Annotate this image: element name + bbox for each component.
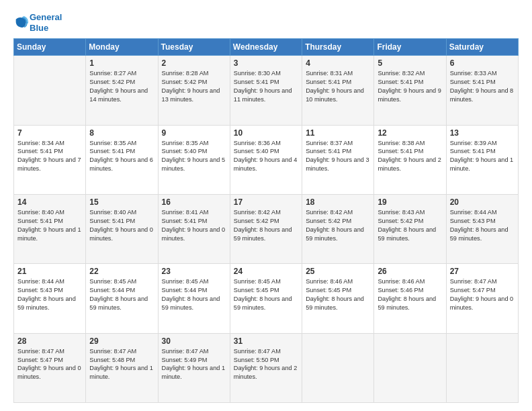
calendar-cell [446,333,518,402]
cell-info: Sunrise: 8:40 AMSunset: 5:41 PMDaylight:… [89,208,154,243]
cell-info: Sunrise: 8:30 AMSunset: 5:41 PMDaylight:… [234,69,298,104]
weekday-header-friday: Friday [374,39,446,56]
day-number: 6 [450,58,515,68]
day-number: 26 [378,267,442,276]
calendar-cell: 31Sunrise: 8:47 AMSunset: 5:50 PMDayligh… [230,333,302,402]
day-number: 23 [162,267,226,276]
calendar-cell: 21Sunrise: 8:44 AMSunset: 5:43 PMDayligh… [14,264,86,333]
day-number: 24 [234,267,298,276]
cell-info: Sunrise: 8:47 AMSunset: 5:47 PMDaylight:… [17,347,82,382]
calendar-cell: 12Sunrise: 8:38 AMSunset: 5:41 PMDayligh… [374,125,446,194]
day-number: 31 [234,336,298,346]
logo-text: General Blue [30,12,62,33]
calendar-cell: 9Sunrise: 8:35 AMSunset: 5:40 PMDaylight… [158,125,230,194]
cell-info: Sunrise: 8:40 AMSunset: 5:41 PMDaylight:… [17,208,82,243]
calendar-cell: 2Sunrise: 8:28 AMSunset: 5:42 PMDaylight… [158,56,230,125]
logo-icon [13,15,28,30]
calendar-cell: 28Sunrise: 8:47 AMSunset: 5:47 PMDayligh… [14,333,86,402]
calendar-cell: 23Sunrise: 8:45 AMSunset: 5:44 PMDayligh… [158,264,230,333]
weekday-header-wednesday: Wednesday [230,39,302,56]
calendar-cell: 16Sunrise: 8:41 AMSunset: 5:41 PMDayligh… [158,194,230,263]
calendar-cell: 19Sunrise: 8:43 AMSunset: 5:42 PMDayligh… [374,194,446,263]
cell-info: Sunrise: 8:39 AMSunset: 5:41 PMDaylight:… [450,139,515,174]
day-number: 4 [306,58,370,68]
calendar-cell: 29Sunrise: 8:47 AMSunset: 5:48 PMDayligh… [86,333,158,402]
calendar-cell: 5Sunrise: 8:32 AMSunset: 5:41 PMDaylight… [374,56,446,125]
cell-info: Sunrise: 8:46 AMSunset: 5:45 PMDaylight:… [306,277,370,312]
day-number: 22 [89,267,154,276]
day-number: 30 [162,336,226,346]
calendar-week-1: 1Sunrise: 8:27 AMSunset: 5:42 PMDaylight… [14,56,519,125]
cell-info: Sunrise: 8:45 AMSunset: 5:45 PMDaylight:… [234,277,298,312]
day-number: 2 [162,58,226,68]
cell-info: Sunrise: 8:47 AMSunset: 5:49 PMDaylight:… [162,347,226,382]
calendar-cell: 27Sunrise: 8:47 AMSunset: 5:47 PMDayligh… [446,264,518,333]
calendar-week-4: 21Sunrise: 8:44 AMSunset: 5:43 PMDayligh… [14,264,519,333]
day-number: 14 [17,197,82,207]
weekday-header-monday: Monday [86,39,158,56]
day-number: 25 [306,267,370,276]
calendar-cell: 8Sunrise: 8:35 AMSunset: 5:41 PMDaylight… [86,125,158,194]
day-number: 28 [17,336,82,346]
cell-info: Sunrise: 8:33 AMSunset: 5:41 PMDaylight:… [450,69,515,104]
weekday-header-thursday: Thursday [302,39,374,56]
calendar-table: SundayMondayTuesdayWednesdayThursdayFrid… [13,38,519,403]
calendar-cell: 10Sunrise: 8:36 AMSunset: 5:40 PMDayligh… [230,125,302,194]
cell-info: Sunrise: 8:41 AMSunset: 5:41 PMDaylight:… [162,208,226,243]
day-number: 1 [89,58,154,68]
calendar-cell: 20Sunrise: 8:44 AMSunset: 5:43 PMDayligh… [446,194,518,263]
cell-info: Sunrise: 8:45 AMSunset: 5:44 PMDaylight:… [162,277,226,312]
weekday-header-sunday: Sunday [14,39,86,56]
calendar-cell: 11Sunrise: 8:37 AMSunset: 5:41 PMDayligh… [302,125,374,194]
calendar-cell: 13Sunrise: 8:39 AMSunset: 5:41 PMDayligh… [446,125,518,194]
day-number: 9 [162,128,226,138]
day-number: 27 [450,267,515,276]
calendar-week-3: 14Sunrise: 8:40 AMSunset: 5:41 PMDayligh… [14,194,519,263]
cell-info: Sunrise: 8:45 AMSunset: 5:44 PMDaylight:… [89,277,154,312]
cell-info: Sunrise: 8:34 AMSunset: 5:41 PMDaylight:… [17,139,82,174]
cell-info: Sunrise: 8:37 AMSunset: 5:41 PMDaylight:… [306,139,370,174]
cell-info: Sunrise: 8:31 AMSunset: 5:41 PMDaylight:… [306,69,370,104]
cell-info: Sunrise: 8:47 AMSunset: 5:50 PMDaylight:… [234,347,298,382]
calendar-cell: 6Sunrise: 8:33 AMSunset: 5:41 PMDaylight… [446,56,518,125]
calendar-cell [374,333,446,402]
calendar-cell: 24Sunrise: 8:45 AMSunset: 5:45 PMDayligh… [230,264,302,333]
calendar-cell: 18Sunrise: 8:42 AMSunset: 5:42 PMDayligh… [302,194,374,263]
day-number: 11 [306,128,370,138]
cell-info: Sunrise: 8:42 AMSunset: 5:42 PMDaylight:… [306,208,370,243]
day-number: 8 [89,128,154,138]
cell-info: Sunrise: 8:43 AMSunset: 5:42 PMDaylight:… [378,208,442,243]
cell-info: Sunrise: 8:44 AMSunset: 5:43 PMDaylight:… [450,208,515,243]
page: General Blue SundayMondayTuesdayWednesda… [0,0,532,411]
cell-info: Sunrise: 8:36 AMSunset: 5:40 PMDaylight:… [234,139,298,174]
weekday-header-tuesday: Tuesday [158,39,230,56]
cell-info: Sunrise: 8:38 AMSunset: 5:41 PMDaylight:… [378,139,442,174]
header: General Blue [13,12,519,33]
cell-info: Sunrise: 8:46 AMSunset: 5:46 PMDaylight:… [378,277,442,312]
day-number: 12 [378,128,442,138]
calendar-cell: 3Sunrise: 8:30 AMSunset: 5:41 PMDaylight… [230,56,302,125]
day-number: 3 [234,58,298,68]
cell-info: Sunrise: 8:27 AMSunset: 5:42 PMDaylight:… [89,69,154,104]
day-number: 16 [162,197,226,207]
day-number: 20 [450,197,515,207]
day-number: 10 [234,128,298,138]
calendar-cell: 14Sunrise: 8:40 AMSunset: 5:41 PMDayligh… [14,194,86,263]
cell-info: Sunrise: 8:35 AMSunset: 5:41 PMDaylight:… [89,139,154,174]
calendar-cell: 22Sunrise: 8:45 AMSunset: 5:44 PMDayligh… [86,264,158,333]
day-number: 5 [378,58,442,68]
day-number: 19 [378,197,442,207]
cell-info: Sunrise: 8:35 AMSunset: 5:40 PMDaylight:… [162,139,226,174]
cell-info: Sunrise: 8:44 AMSunset: 5:43 PMDaylight:… [17,277,82,312]
calendar-cell: 17Sunrise: 8:42 AMSunset: 5:42 PMDayligh… [230,194,302,263]
calendar-cell: 7Sunrise: 8:34 AMSunset: 5:41 PMDaylight… [14,125,86,194]
weekday-header-saturday: Saturday [446,39,518,56]
calendar-cell: 30Sunrise: 8:47 AMSunset: 5:49 PMDayligh… [158,333,230,402]
cell-info: Sunrise: 8:28 AMSunset: 5:42 PMDaylight:… [162,69,226,104]
day-number: 29 [89,336,154,346]
day-number: 21 [17,267,82,276]
calendar-cell: 26Sunrise: 8:46 AMSunset: 5:46 PMDayligh… [374,264,446,333]
day-number: 18 [306,197,370,207]
day-number: 7 [17,128,82,138]
calendar-week-2: 7Sunrise: 8:34 AMSunset: 5:41 PMDaylight… [14,125,519,194]
